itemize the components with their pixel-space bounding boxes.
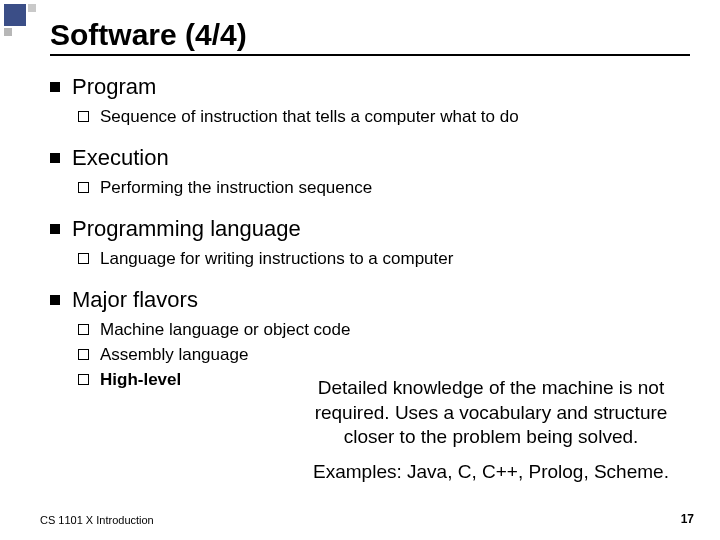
sub-item: Performing the instruction sequence bbox=[100, 177, 680, 200]
sub-item: Machine language or object code bbox=[100, 319, 680, 342]
callout-examples: Examples: Java, C, C++, Prolog, Scheme. bbox=[294, 460, 688, 485]
slide-body: Software (4/4) Program Sequence of instr… bbox=[0, 0, 720, 392]
item-label: Execution bbox=[72, 145, 169, 170]
sub-item: Sequence of instruction that tells a com… bbox=[100, 106, 680, 129]
callout-box: Detailed knowledge of the machine is not… bbox=[294, 376, 688, 485]
list-item: Program Sequence of instruction that tel… bbox=[72, 74, 680, 129]
slide-title: Software (4/4) bbox=[50, 18, 680, 52]
list-item: Programming language Language for writin… bbox=[72, 216, 680, 271]
corner-decoration bbox=[0, 0, 40, 40]
callout-body: Detailed knowledge of the machine is not… bbox=[294, 376, 688, 450]
item-label: Program bbox=[72, 74, 156, 99]
footer-label: CS 1101 X Introduction bbox=[40, 514, 154, 526]
item-label: Major flavors bbox=[72, 287, 198, 312]
sub-item: Language for writing instructions to a c… bbox=[100, 248, 680, 271]
bullet-list: Program Sequence of instruction that tel… bbox=[54, 74, 680, 392]
list-item: Execution Performing the instruction seq… bbox=[72, 145, 680, 200]
item-label: Programming language bbox=[72, 216, 301, 241]
slide-number: 17 bbox=[681, 512, 694, 526]
sub-item-bold: High-level bbox=[100, 370, 181, 389]
sub-item: Assembly language bbox=[100, 344, 680, 367]
title-underline bbox=[50, 54, 690, 56]
